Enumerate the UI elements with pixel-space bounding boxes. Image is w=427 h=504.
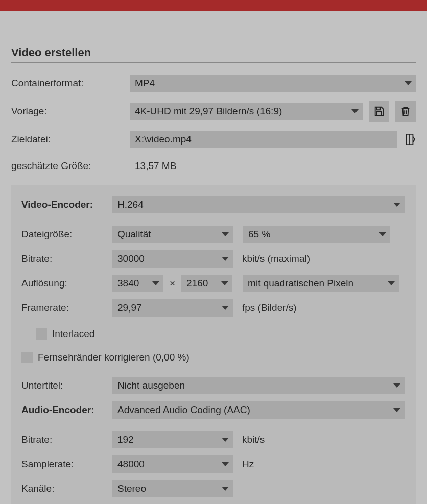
filesize-quality-select[interactable]: 65 % [243,226,390,243]
browse-file-button[interactable] [404,133,416,146]
audio-bitrate-select[interactable]: 192 [112,431,233,448]
select-value: 65 % [248,229,270,240]
audio-encoder-label: Audio-Encoder: [21,404,112,416]
save-icon [373,106,385,117]
titlebar [0,0,427,11]
channels-label: Kanäle: [21,483,112,494]
video-encoder-select[interactable]: H.264 [112,196,405,213]
template-label: Vorlage: [11,106,130,117]
chevron-down-icon [393,383,400,388]
select-value: 2160 [186,278,208,289]
interlaced-checkbox[interactable] [36,328,47,340]
framerate-unit: fps (Bilder/s) [242,302,297,314]
select-value: Nicht ausgeben [117,380,185,391]
chevron-down-icon [222,257,229,261]
chevron-down-icon [351,109,359,113]
chevron-down-icon [222,487,229,491]
template-select[interactable]: 4K-UHD mit 29,97 Bildern/s (16:9) [130,103,363,120]
select-value: Qualität [117,229,151,240]
estimated-size-label: geschätzte Größe: [11,160,130,172]
filesize-label: Dateigröße: [21,229,112,240]
select-value: 192 [117,434,134,445]
video-encoder-label: Video-Encoder: [21,199,112,210]
video-bitrate-unit: kbit/s (maximal) [242,253,310,265]
filesize-mode-select[interactable]: Qualität [112,226,233,243]
field-value: X:\video.mp4 [135,134,192,145]
chevron-down-icon [222,306,229,310]
pixel-aspect-select[interactable]: mit quadratischen Pixeln [243,275,399,292]
select-value: MP4 [135,78,155,89]
subtitle-label: Untertitel: [21,380,112,391]
container-format-select[interactable]: MP4 [130,75,416,92]
resolution-multiply: × [170,278,175,289]
chevron-down-icon [222,232,229,236]
section-title: Video erstellen [11,46,416,63]
samplerate-unit: Hz [242,459,254,470]
framerate-label: Framerate: [21,302,112,314]
select-value: 4K-UHD mit 29,97 Bildern/s (16:9) [135,106,282,117]
resolution-height-select[interactable]: 2160 [181,275,232,292]
chevron-down-icon [222,438,229,442]
container-format-label: Containerformat: [11,78,130,89]
framerate-select[interactable]: 29,97 [112,299,233,317]
chevron-down-icon [221,281,228,285]
select-value: 30000 [117,253,145,265]
chevron-down-icon [393,203,400,207]
select-value: 48000 [117,459,145,470]
delete-template-button[interactable] [395,101,416,122]
resolution-label: Auflösung: [21,278,112,289]
select-value: H.264 [117,199,144,210]
chevron-down-icon [393,408,400,412]
chevron-down-icon [152,281,159,285]
tv-borders-label: Fernsehränder korrigieren (0,00 %) [38,352,189,363]
chevron-down-icon [388,281,395,285]
subtitle-select[interactable]: Nicht ausgeben [112,377,405,394]
interlaced-label: Interlaced [52,328,94,340]
save-template-button[interactable] [369,101,389,122]
video-bitrate-label: Bitrate: [21,253,112,265]
audio-bitrate-label: Bitrate: [21,434,112,445]
audio-encoder-select[interactable]: Advanced Audio Coding (AAC) [112,401,405,419]
select-value: mit quadratischen Pixeln [248,278,353,289]
folder-open-icon [404,133,415,146]
target-file-field[interactable]: X:\video.mp4 [130,131,397,148]
trash-icon [400,106,411,117]
channels-select[interactable]: Stereo [112,480,233,497]
chevron-down-icon [222,462,229,466]
select-value: 29,97 [117,302,142,314]
select-value: Advanced Audio Coding (AAC) [117,404,250,416]
video-bitrate-select[interactable]: 30000 [112,250,233,268]
chevron-down-icon [405,81,412,85]
estimated-size-value: 13,57 MB [130,160,176,172]
chevron-down-icon [379,232,386,236]
tv-borders-checkbox[interactable] [21,352,33,363]
select-value: 3840 [117,278,139,289]
target-file-label: Zieldatei: [11,134,130,145]
samplerate-label: Samplerate: [21,459,112,470]
select-value: Stereo [117,483,146,494]
audio-bitrate-unit: kbit/s [242,434,265,445]
resolution-width-select[interactable]: 3840 [112,275,163,292]
samplerate-select[interactable]: 48000 [112,455,233,473]
encoder-settings-panel: Video-Encoder: H.264 Dateigröße: Qualitä… [11,185,416,504]
